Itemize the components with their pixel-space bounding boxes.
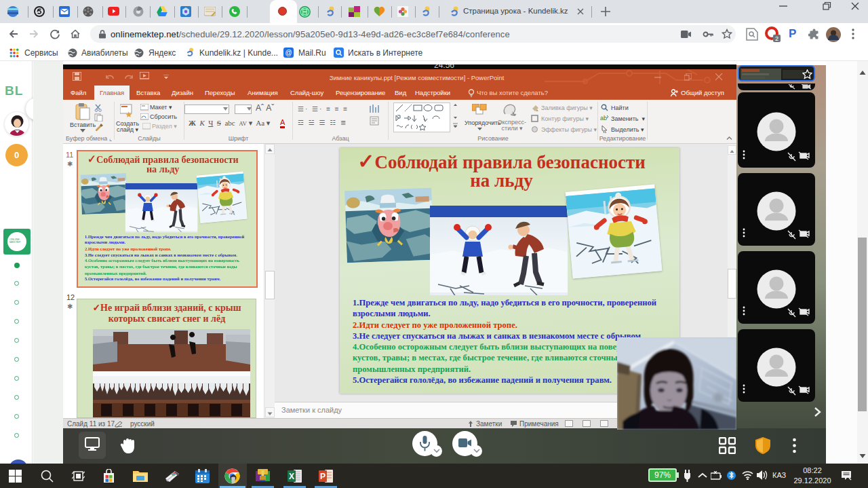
svg-text:X: X: [289, 472, 294, 481]
svg-text:P: P: [320, 472, 326, 481]
svg-text:2: 2: [775, 35, 778, 42]
svg-text:ab: ab: [600, 115, 607, 121]
svg-text:@: @: [285, 49, 292, 56]
